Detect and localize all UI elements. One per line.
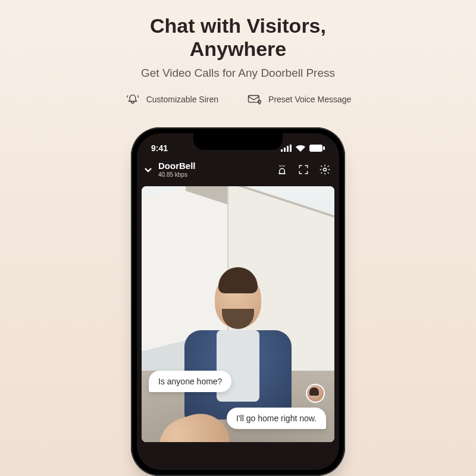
appbar-actions xyxy=(276,164,331,176)
hero-title: Chat with Visitors, Anywhere xyxy=(141,14,335,61)
user-avatar[interactable] xyxy=(306,384,325,403)
svg-rect-2 xyxy=(281,149,283,152)
hero-header: Chat with Visitors, Anywhere Get Video C… xyxy=(141,14,335,80)
cellular-icon xyxy=(281,145,292,152)
device-name: DoorBell xyxy=(158,161,196,171)
app-bar: DoorBell 40.85 kbps xyxy=(137,157,339,184)
phone-frame: 9:41 DoorBell 40.85 kbps xyxy=(131,127,345,476)
phone-screen: 9:41 DoorBell 40.85 kbps xyxy=(137,133,339,470)
feature-voice: Preset Voice Message xyxy=(247,93,351,106)
device-title-block: DoorBell 40.85 kbps xyxy=(158,161,196,178)
fullscreen-icon[interactable] xyxy=(298,164,309,176)
hero-subtitle: Get Video Calls for Any Doorbell Press xyxy=(141,67,335,80)
svg-point-8 xyxy=(324,168,327,171)
visitor-head xyxy=(215,273,261,328)
visitor-figure xyxy=(178,273,298,428)
chat-bubble-visitor: Is anyone home? xyxy=(149,371,231,392)
wifi-icon xyxy=(295,145,306,152)
feature-siren-label: Customizable Siren xyxy=(146,95,218,104)
alarm-icon[interactable] xyxy=(276,164,288,176)
svg-rect-3 xyxy=(284,148,286,152)
bitrate-label: 40.85 kbps xyxy=(158,171,196,178)
chat-bubble-user: I'll go home right now. xyxy=(227,408,326,429)
video-feed[interactable]: Is anyone home? I'll go home right now. xyxy=(142,186,334,442)
svg-rect-0 xyxy=(248,96,259,102)
chevron-down-icon xyxy=(144,165,152,174)
visitor-beard xyxy=(222,309,254,329)
svg-rect-5 xyxy=(290,145,292,152)
feature-siren: Customizable Siren xyxy=(125,93,218,106)
feature-row: Customizable Siren Preset Voice Message xyxy=(125,93,352,106)
hero-title-line2: Anywhere xyxy=(190,37,287,60)
battery-icon xyxy=(309,145,325,152)
hero-title-line1: Chat with Visitors, xyxy=(150,14,326,37)
svg-rect-4 xyxy=(287,146,289,152)
status-time: 9:41 xyxy=(151,143,168,153)
bell-icon xyxy=(125,93,140,106)
svg-rect-6 xyxy=(309,145,322,152)
feature-voice-label: Preset Voice Message xyxy=(268,95,351,104)
svg-rect-7 xyxy=(323,146,325,150)
back-button[interactable] xyxy=(144,165,157,174)
envelope-mic-icon xyxy=(247,93,262,106)
status-icons xyxy=(281,145,325,152)
phone-notch xyxy=(193,133,283,150)
gear-icon[interactable] xyxy=(319,164,331,176)
